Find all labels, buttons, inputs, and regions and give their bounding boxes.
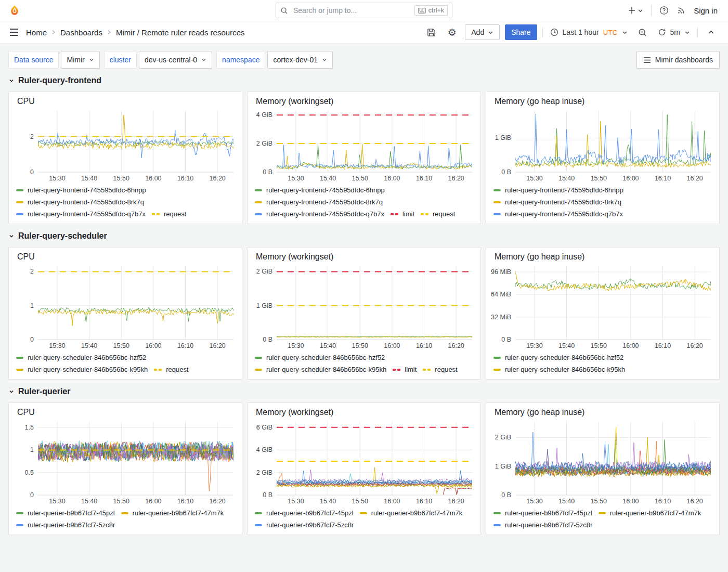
panel-title[interactable]: Memory (go heap inuse) xyxy=(486,92,719,107)
legend-item[interactable]: ruler-query-scheduler-846b656bc-hzf52 xyxy=(255,352,385,363)
ref-swatch xyxy=(152,213,160,215)
legend-item[interactable]: ruler-query-scheduler-846b656bc-hzf52 xyxy=(16,352,146,363)
series-label: ruler-querier-b9b67fcf7-45pzl xyxy=(28,509,115,517)
legend: ruler-query-frontend-745595dfdc-6hnpprul… xyxy=(248,184,480,224)
news-icon[interactable] xyxy=(677,6,686,15)
chart[interactable]: 01215:3015:4015:5016:0016:1016:20 xyxy=(12,263,238,351)
section-header[interactable]: Ruler-query-scheduler xyxy=(8,231,720,241)
dashboard-settings-button[interactable]: ⚙ xyxy=(444,24,460,40)
series-swatch xyxy=(16,213,23,215)
series-label: ruler-query-frontend-745595dfdc-6hnpp xyxy=(28,186,146,194)
section-header[interactable]: Ruler-querier xyxy=(8,387,720,396)
legend-item[interactable]: ruler-query-frontend-745595dfdc-q7b7x xyxy=(16,209,146,219)
panel-title[interactable]: Memory (workingset) xyxy=(248,403,480,418)
legend-item[interactable]: request xyxy=(423,364,457,375)
legend-item[interactable]: limit xyxy=(393,364,417,375)
legend-item[interactable]: ruler-query-frontend-745595dfdc-8rk7q xyxy=(16,197,144,207)
legend-item[interactable]: ruler-querier-b9b67fcf7-45pzl xyxy=(255,508,354,518)
grafana-logo[interactable] xyxy=(0,5,29,16)
svg-text:0: 0 xyxy=(30,168,34,176)
panel: Memory (go heap inuse)0 B1 GiB15:3015:40… xyxy=(486,92,720,224)
svg-text:16:20: 16:20 xyxy=(687,342,703,349)
series-swatch xyxy=(493,524,501,526)
chart[interactable]: 0 B1 GiB2 GiB15:3015:4015:5016:0016:1016… xyxy=(251,263,476,351)
keyboard-shortcut-badge: ctrl+k xyxy=(414,5,448,16)
svg-text:16:10: 16:10 xyxy=(177,498,193,505)
mega-menu-toggle[interactable] xyxy=(9,29,19,36)
svg-text:15:30: 15:30 xyxy=(49,498,65,505)
svg-text:15:40: 15:40 xyxy=(320,498,336,505)
legend-item[interactable]: request xyxy=(421,209,455,219)
legend-item[interactable]: request xyxy=(152,209,186,219)
legend-item[interactable]: ruler-query-frontend-745595dfdc-q7b7x xyxy=(255,209,384,219)
add-panel-button[interactable]: Add xyxy=(465,24,500,40)
chart[interactable]: 0215:3015:4015:5016:0016:1016:20 xyxy=(12,108,238,184)
time-range-picker[interactable]: Last 1 hour UTC xyxy=(548,28,630,36)
legend-item[interactable]: ruler-query-frontend-745595dfdc-q7b7x xyxy=(493,209,623,219)
legend-item[interactable]: ruler-query-frontend-745595dfdc-6hnpp xyxy=(16,185,146,196)
breadcrumb-dashboards[interactable]: Dashboards xyxy=(60,28,102,37)
legend-item[interactable]: ruler-querier-b9b67fcf7-47m7k xyxy=(599,508,701,518)
refresh-picker[interactable]: 5m xyxy=(656,28,692,36)
breadcrumb-home[interactable]: Home xyxy=(26,28,47,37)
series-label: ruler-query-frontend-745595dfdc-8rk7q xyxy=(266,198,383,206)
legend-item[interactable]: ruler-querier-b9b67fcf7-47m7k xyxy=(121,508,224,518)
namespace-select[interactable]: cortex-dev-01 xyxy=(267,51,333,69)
legend-item[interactable]: request xyxy=(154,364,188,375)
chart[interactable]: 0 B1 GiB15:3015:4015:5016:0016:1016:20 xyxy=(489,108,715,184)
search-bar[interactable]: ctrl+k xyxy=(276,3,452,18)
legend-item[interactable]: ruler-query-scheduler-846b656bc-k95kh xyxy=(493,364,625,375)
panel-title[interactable]: CPU xyxy=(9,403,242,418)
namespace-variable: namespace cortex-dev-01 xyxy=(216,51,333,69)
legend-item[interactable]: ruler-query-frontend-745595dfdc-6hnpp xyxy=(255,185,385,196)
panel-title[interactable]: Memory (go heap inuse) xyxy=(486,248,719,262)
legend-item[interactable]: ruler-query-frontend-745595dfdc-8rk7q xyxy=(493,197,621,207)
panel-title[interactable]: Memory (workingset) xyxy=(248,248,480,262)
chart[interactable]: 0 B32 MiB64 MiB96 MiB15:3015:4015:5016:0… xyxy=(489,263,715,351)
datasource-select[interactable]: Mimir xyxy=(61,51,99,69)
legend-item[interactable]: ruler-query-scheduler-846b656bc-k95kh xyxy=(255,364,386,375)
share-button[interactable]: Share xyxy=(505,24,537,40)
series-label: ruler-query-frontend-745595dfdc-8rk7q xyxy=(28,198,144,206)
legend-item[interactable]: ruler-querier-b9b67fcf7-45pzl xyxy=(16,508,115,518)
legend-item[interactable]: ruler-query-scheduler-846b656bc-k95kh xyxy=(16,364,148,375)
panel-title[interactable]: Memory (workingset) xyxy=(248,92,480,107)
search-input[interactable] xyxy=(292,6,410,15)
legend-item[interactable]: limit xyxy=(391,209,414,219)
series-swatch xyxy=(255,357,262,359)
new-menu-button[interactable] xyxy=(628,6,643,15)
svg-text:16:20: 16:20 xyxy=(448,175,464,182)
panel-title[interactable]: CPU xyxy=(9,92,242,107)
chart[interactable]: 0 B2 GiB4 GiB15:3015:4015:5016:0016:1016… xyxy=(251,108,476,184)
help-icon[interactable] xyxy=(659,6,669,15)
panel-title[interactable]: Memory (go heap inuse) xyxy=(486,403,719,418)
legend-item[interactable]: ruler-querier-b9b67fcf7-45pzl xyxy=(493,508,592,518)
legend-item[interactable]: ruler-query-scheduler-846b656bc-hzf52 xyxy=(493,352,623,363)
svg-text:1 GiB: 1 GiB xyxy=(256,302,272,309)
legend-item[interactable]: ruler-querier-b9b67fcf7-47m7k xyxy=(360,508,463,518)
sign-in-link[interactable]: Sign in xyxy=(694,6,718,15)
zoom-out-time-button[interactable] xyxy=(635,24,651,40)
series-swatch xyxy=(16,201,23,203)
chevron-down-icon xyxy=(89,57,94,62)
svg-text:1: 1 xyxy=(30,302,34,309)
divider xyxy=(651,5,652,16)
legend-item[interactable]: ruler-query-frontend-745595dfdc-8rk7q xyxy=(255,197,383,207)
series-swatch xyxy=(493,512,501,514)
svg-text:16:10: 16:10 xyxy=(655,498,671,505)
legend-item[interactable]: ruler-querier-b9b67fcf7-5zc8r xyxy=(493,519,592,530)
chart[interactable]: 0 B2 GiB4 GiB6 GiB15:3015:4015:5016:0016… xyxy=(251,419,476,506)
panel-title[interactable]: CPU xyxy=(9,248,242,262)
legend-item[interactable]: ruler-querier-b9b67fcf7-5zc8r xyxy=(255,519,354,530)
save-dashboard-button[interactable] xyxy=(423,24,439,40)
legend-item[interactable]: ruler-query-frontend-745595dfdc-6hnpp xyxy=(493,185,623,196)
svg-text:15:50: 15:50 xyxy=(591,175,607,182)
cluster-select[interactable]: dev-us-central-0 xyxy=(139,51,212,69)
collapse-controls-button[interactable] xyxy=(703,24,719,40)
mimir-dashboards-button[interactable]: Mimir dashboards xyxy=(636,51,720,69)
series-label: ruler-query-scheduler-846b656bc-hzf52 xyxy=(505,354,623,361)
chart[interactable]: 00.511.515:3015:4015:5016:0016:1016:20 xyxy=(12,419,238,506)
legend-item[interactable]: ruler-querier-b9b67fcf7-5zc8r xyxy=(16,519,115,530)
section-header[interactable]: Ruler-query-frontend xyxy=(8,76,720,85)
chart[interactable]: 0 B1 GiB2 GiB15:3015:4015:5016:0016:1016… xyxy=(489,419,715,506)
